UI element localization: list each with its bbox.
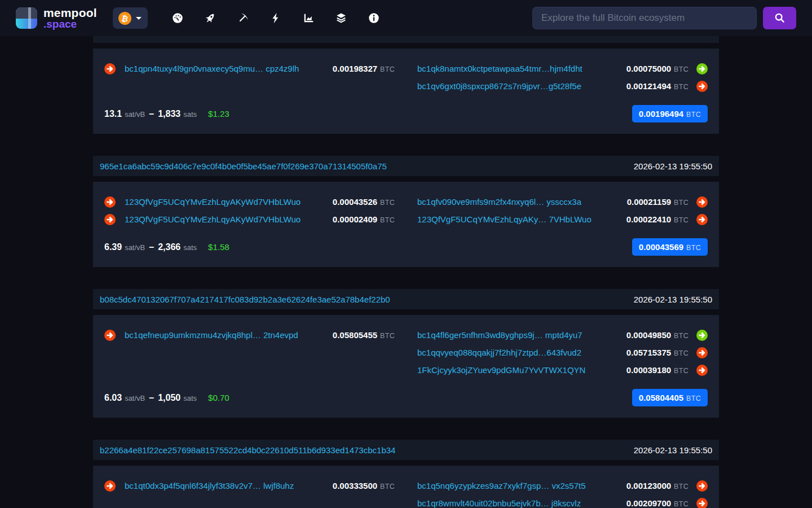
arrow-right-icon[interactable] [104, 63, 116, 75]
inputs-column: 123QfVgF5UCqYMvEzhLqyAKyWd7VHbLWuo 0.000… [104, 193, 395, 228]
btc-unit: BTC [674, 483, 689, 491]
accelerator-rocket-icon[interactable] [204, 12, 217, 24]
tx-body: bc1qt0dx3p4f5qnl6f34jlyf3t38v2v7… lwjf8u… [93, 466, 719, 508]
tx-body: bc1qefneup9umkmzmu4zvjkq8hpl… 2tn4evpd 0… [93, 315, 719, 418]
input-amount: 0.00333500BTC [326, 481, 395, 491]
arrow-right-icon[interactable] [104, 330, 116, 341]
arrow-right-icon[interactable] [696, 365, 708, 376]
input-row: 123QfVgF5UCqYMvEzhLqyAKyWd7VHbLWuo 0.000… [104, 193, 395, 211]
output-amount: 0.00021159BTC [620, 197, 689, 207]
arrow-right-icon[interactable] [696, 63, 708, 75]
transaction-card: b08c5dc470132067f707a4217417fc083d92b2a3… [93, 289, 719, 418]
input-row: bc1qt0dx3p4f5qnl6f34jlyf3t38v2v7… lwjf8u… [104, 477, 395, 494]
btc-unit: BTC [380, 332, 395, 340]
arrow-right-icon[interactable] [696, 81, 708, 92]
arrow-right-icon[interactable] [696, 498, 708, 508]
total-amount-button[interactable]: 0.00196494 BTC [632, 105, 708, 122]
btc-unit: BTC [380, 216, 395, 224]
statistics-chart-icon[interactable] [302, 12, 315, 24]
dashboard-gauge-icon[interactable] [171, 12, 184, 24]
fee-summary: 6.03 sat/vB – 1,050 sats $0.70 [104, 393, 230, 403]
mining-pickaxe-icon[interactable] [237, 12, 249, 24]
arrow-right-icon[interactable] [104, 480, 116, 492]
output-row: bc1qk8namtx0kctpetawpaa54tmr…hjm4fdht 0.… [417, 60, 708, 77]
btc-unit: BTC [674, 216, 689, 224]
output-amount: 0.00123000BTC [620, 481, 689, 491]
top-nav: mempool .space ₿ [0, 0, 812, 36]
network-dropdown-button[interactable]: ₿ [113, 7, 148, 29]
address-link[interactable]: bc1qr8wmvlt40uit02bnbu5ejvk7b… j8kscvlz [417, 498, 581, 508]
address-link[interactable]: bc1qv6gxt0j8spxcp8672s7n9jpvr…g5t28f5e [417, 81, 581, 91]
btc-unit: BTC [686, 111, 701, 119]
btc-unit: BTC [674, 349, 689, 357]
about-info-icon[interactable] [368, 12, 380, 24]
btc-unit: BTC [674, 367, 689, 375]
arrow-right-icon[interactable] [696, 214, 708, 225]
address-link[interactable]: bc1qfv090ve9mfs9m2fx4nxyq6l… yssccx3a [417, 197, 581, 207]
fee-usd: $1.58 [208, 242, 230, 252]
arrow-right-icon[interactable] [696, 347, 708, 358]
lightning-bolt-icon[interactable] [270, 12, 282, 24]
input-row: bc1qefneup9umkmzmu4zvjkq8hpl… 2tn4evpd 0… [104, 326, 395, 344]
txid-link[interactable]: 965e1ca6abc59c9d406c7e9c0f4b0e0f5be45ae7… [100, 161, 387, 171]
tx-footer: 13.1 sat/vB – 1,833 sats $1.23 0.0019649… [104, 105, 708, 122]
address-link[interactable]: bc1qqvyeq088qqakjj7f2hhj7ztpd…643fvud2 [417, 348, 581, 357]
tx-body: 123QfVgF5UCqYMvEzhLqyAKyWd7VHbLWuo 0.000… [93, 182, 719, 267]
fee-sats: 2,366 [158, 242, 180, 252]
arrow-right-icon[interactable] [104, 196, 116, 208]
arrow-right-icon[interactable] [696, 196, 708, 208]
inputs-column: bc1qt0dx3p4f5qnl6f34jlyf3t38v2v7… lwjf8u… [104, 477, 395, 508]
address-link[interactable]: bc1qpn4tuxy4l9gn0vnaxecy5q9mu… cpz4z9lh [125, 64, 299, 73]
outputs-column: bc1q5nq6yzypkzes9az7xykf7gsp… vx2s57t5 0… [417, 477, 708, 508]
fee-sats: 1,050 [158, 393, 180, 403]
mempool-logo[interactable]: mempool .space [16, 7, 97, 30]
output-amount: 0.00022410BTC [620, 214, 689, 224]
txid-link[interactable]: b08c5dc470132067f707a4217417fc083d92b2a3… [100, 295, 390, 304]
timestamp: 2026-02-13 19:55:50 [634, 295, 712, 304]
output-amount: 0.00209700BTC [620, 498, 689, 508]
address-link[interactable]: bc1q5nq6yzypkzes9az7xykf7gsp… vx2s57t5 [417, 481, 586, 491]
txid-link[interactable]: b2266a4e81f22ce257698a81575522cd4b0c2261… [100, 445, 395, 455]
output-row: bc1q5nq6yzypkzes9az7xykf7gsp… vx2s57t5 0… [417, 477, 708, 494]
input-amount: 0.05805455BTC [326, 330, 395, 340]
search-icon [774, 12, 786, 24]
output-row: bc1qv6gxt0j8spxcp8672s7n9jpvr…g5t28f5e 0… [417, 77, 708, 95]
address-link[interactable]: 123QfVgF5UCqYMvEzhLqyAKyWd7VHbLWuo [125, 197, 301, 207]
timestamp: 2026-02-13 19:55:50 [634, 161, 712, 171]
btc-unit: BTC [674, 83, 689, 91]
address-link[interactable]: bc1qt0dx3p4f5qnl6f34jlyf3t38v2v7… lwjf8u… [125, 481, 294, 491]
inputs-column: bc1qpn4tuxy4l9gn0vnaxecy5q9mu… cpz4z9lh … [104, 60, 395, 95]
output-amount: 0.00039180BTC [620, 365, 689, 375]
address-link[interactable]: bc1qk8namtx0kctpetawpaa54tmr…hjm4fdht [417, 64, 582, 73]
address-link[interactable]: 1FkCjcyyk3ojZYuev9pdGMu7YvVTWX1QYN [417, 365, 585, 375]
tx-footer: 6.39 sat/vB – 2,366 sats $1.58 0.0004356… [104, 238, 708, 256]
search-input[interactable] [532, 7, 757, 29]
address-link[interactable]: 123QfVgF5UCqYMvEzhLqyAKy… 7VHbLWuo [417, 214, 592, 224]
total-amount-button[interactable]: 0.05804405 BTC [632, 389, 708, 406]
input-amount: 0.00198327BTC [326, 64, 395, 73]
fee-summary: 6.39 sat/vB – 2,366 sats $1.58 [104, 242, 230, 252]
output-amount: 0.00121494BTC [620, 81, 689, 91]
btc-unit: BTC [674, 199, 689, 207]
layers-icon[interactable] [335, 12, 347, 24]
btc-unit: BTC [674, 332, 689, 340]
search-button[interactable] [763, 7, 796, 29]
address-link[interactable]: bc1q4fl6ger5nfhm3wd8yghps9j… mptd4yu7 [417, 330, 582, 340]
arrow-right-icon[interactable] [696, 480, 708, 492]
fee-rate: 6.03 [104, 393, 122, 403]
address-link[interactable]: 123QfVgF5UCqYMvEzhLqyAKyWd7VHbLWuo [125, 214, 301, 224]
btc-unit: BTC [686, 244, 701, 252]
total-amount-button[interactable]: 0.00043569 BTC [632, 238, 708, 256]
timestamp: 2026-02-13 19:55:50 [634, 445, 712, 455]
btc-unit: BTC [686, 395, 701, 402]
tx-header: 965e1ca6abc59c9d406c7e9c0f4b0e0f5be45ae7… [93, 156, 719, 176]
transaction-list: bc1qpn4tuxy4l9gn0vnaxecy5q9mu… cpz4z9lh … [93, 23, 719, 508]
fee-sats: 1,833 [158, 109, 180, 119]
address-link[interactable]: bc1qefneup9umkmzmu4zvjkq8hpl… 2tn4evpd [125, 330, 298, 340]
btc-unit: BTC [380, 199, 395, 207]
output-row: bc1q4fl6ger5nfhm3wd8yghps9j… mptd4yu7 0.… [417, 326, 708, 344]
output-amount: 0.00049850BTC [620, 330, 689, 340]
arrow-right-icon[interactable] [696, 330, 708, 341]
arrow-right-icon[interactable] [104, 214, 116, 225]
outputs-column: bc1q4fl6ger5nfhm3wd8yghps9j… mptd4yu7 0.… [417, 326, 708, 379]
